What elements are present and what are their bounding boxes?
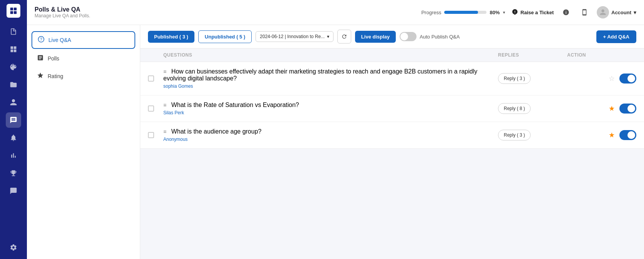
rating-icon: [37, 72, 44, 80]
row2-question-text: ≡ What is the Rate of Saturation vs Evap…: [163, 102, 498, 109]
sidebar-trophy-icon[interactable]: [6, 165, 21, 181]
header-questions-col: Questions: [163, 52, 498, 58]
row3-checkbox-cell: [148, 132, 163, 138]
table-row: ≡ What is the Rate of Saturation vs Evap…: [140, 95, 644, 122]
row2-menu-icon[interactable]: ≡: [163, 102, 166, 108]
table-header: Questions Replies Action: [140, 48, 644, 62]
row1-action-cell: ☆: [567, 74, 636, 84]
header-action-col: Action: [567, 52, 636, 58]
row1-reply-button[interactable]: Reply ( 3 ): [498, 73, 531, 84]
header-replies-col: Replies: [498, 52, 567, 58]
row1-menu-icon[interactable]: ≡: [163, 69, 166, 75]
auto-publish-toggle[interactable]: [400, 32, 417, 41]
row2-toggle-knob: [627, 105, 635, 112]
sidebar: [0, 0, 27, 259]
header-checkbox-col: [148, 52, 163, 58]
session-select[interactable]: 2024-06-12 | Innovation to Re... ▾: [256, 31, 334, 42]
row3-reply-button[interactable]: Reply ( 3 ): [498, 130, 531, 140]
row2-question-content: What is the Rate of Saturation vs Evapor…: [171, 102, 299, 108]
sidebar-settings-icon[interactable]: [6, 240, 21, 255]
row2-toggle[interactable]: [619, 104, 636, 114]
raise-ticket-button[interactable]: Raise a Ticket: [511, 9, 554, 16]
row1-checkbox-cell: [148, 75, 163, 82]
sidebar-person-icon[interactable]: [6, 95, 21, 110]
row2-reply-cell: Reply ( 8 ): [498, 103, 567, 114]
sidebar-folder-icon[interactable]: [6, 77, 21, 92]
row1-question-cell: ≡ How can businesses effectively adapt t…: [163, 68, 498, 89]
svg-rect-1: [14, 8, 17, 10]
row2-reply-button[interactable]: Reply ( 8 ): [498, 103, 531, 114]
row1-author[interactable]: sophia Gomes: [163, 84, 498, 89]
header-right: Progress 80% ▾ Raise a Ticket: [421, 6, 636, 18]
nav-live-qa[interactable]: ? Live Q&A: [32, 31, 135, 49]
sidebar-grid-icon[interactable]: [6, 42, 21, 57]
sidebar-page-icon[interactable]: [6, 24, 21, 39]
sidebar-bell-icon[interactable]: [6, 130, 21, 145]
row1-toggle-knob: [627, 75, 635, 82]
qa-table: Questions Replies Action ≡ How can busin…: [140, 48, 644, 259]
app-logo[interactable]: [7, 4, 20, 18]
row3-question-text: ≡ What is the audience age group?: [163, 128, 498, 135]
sidebar-chat-icon[interactable]: [6, 112, 21, 128]
unpublished-tab[interactable]: Unpublished ( 5 ): [198, 30, 252, 43]
live-qa-icon: ?: [38, 36, 45, 44]
progress-area: Progress 80% ▾: [421, 10, 505, 15]
row2-question-cell: ≡ What is the Rate of Saturation vs Evap…: [163, 102, 498, 115]
live-display-button[interactable]: Live display: [355, 31, 396, 43]
add-qa-button[interactable]: + Add Q&A: [596, 30, 637, 43]
nav-polls-label: Polls: [48, 55, 59, 62]
row2-author[interactable]: Silas Perk: [163, 110, 498, 115]
toolbar: Published ( 3 ) Unpublished ( 5 ) 2024-0…: [140, 25, 644, 48]
account-button[interactable]: Account ▾: [597, 6, 636, 18]
app-subtitle: Manage Live QA and Polls.: [35, 13, 421, 18]
svg-rect-3: [14, 11, 17, 14]
nav-polls[interactable]: Polls: [32, 50, 135, 67]
toggle-knob: [400, 33, 408, 40]
app-title: Polls & Live QA: [35, 6, 421, 13]
row3-reply-cell: Reply ( 3 ): [498, 130, 567, 140]
header-title-area: Polls & Live QA Manage Live QA and Polls…: [35, 6, 421, 18]
sidebar-bubble-icon[interactable]: [6, 183, 21, 199]
row3-author[interactable]: Anonymous: [163, 137, 498, 142]
sidebar-palette-icon[interactable]: [6, 59, 21, 75]
published-tab[interactable]: Published ( 3 ): [148, 31, 194, 43]
row3-action-cell: ★: [567, 130, 636, 140]
auto-publish-label: Auto Publish Q&A: [420, 34, 460, 40]
row1-star-icon[interactable]: ☆: [609, 74, 615, 83]
refresh-button[interactable]: [337, 30, 351, 43]
row1-checkbox[interactable]: [148, 75, 154, 82]
session-label: 2024-06-12 | Innovation to Re...: [260, 34, 325, 39]
row2-star-icon[interactable]: ★: [609, 104, 615, 113]
progress-dropdown[interactable]: ▾: [503, 10, 505, 15]
row3-question-content: What is the audience age group?: [171, 128, 262, 135]
session-dropdown-icon: ▾: [327, 34, 329, 39]
row2-action-cell: ★: [567, 104, 636, 114]
polls-icon: [37, 54, 44, 63]
nav-rating[interactable]: Rating: [32, 68, 135, 84]
row1-question-content: How can businesses effectively adapt the…: [163, 68, 477, 82]
row3-toggle[interactable]: [619, 130, 636, 140]
progress-bar-wrap: [444, 11, 486, 14]
account-dropdown-icon: ▾: [634, 10, 636, 15]
row2-checkbox-cell: [148, 105, 163, 112]
row2-checkbox[interactable]: [148, 105, 154, 112]
row1-toggle[interactable]: [619, 74, 636, 84]
auto-publish-toggle-area: Auto Publish Q&A: [400, 32, 460, 41]
row3-menu-icon[interactable]: ≡: [163, 129, 166, 135]
mobile-preview-icon-button[interactable]: [578, 6, 591, 18]
info-icon-button[interactable]: [560, 6, 572, 18]
row3-question-cell: ≡ What is the audience age group? Anonym…: [163, 128, 498, 142]
account-avatar: [597, 6, 609, 18]
nav-live-qa-label: Live Q&A: [48, 37, 71, 43]
row3-checkbox[interactable]: [148, 132, 154, 138]
nav-rating-label: Rating: [48, 73, 63, 79]
row1-reply-cell: Reply ( 3 ): [498, 73, 567, 84]
main-panel: Published ( 3 ) Unpublished ( 5 ) 2024-0…: [140, 25, 644, 259]
svg-rect-0: [10, 8, 13, 10]
svg-rect-2: [10, 11, 13, 14]
row1-question-text: ≡ How can businesses effectively adapt t…: [163, 68, 498, 82]
account-label: Account: [611, 10, 631, 15]
row3-star-icon[interactable]: ★: [609, 131, 615, 139]
left-panel: ? Live Q&A Polls Rating: [27, 25, 140, 259]
sidebar-analytics-icon[interactable]: [6, 148, 21, 163]
